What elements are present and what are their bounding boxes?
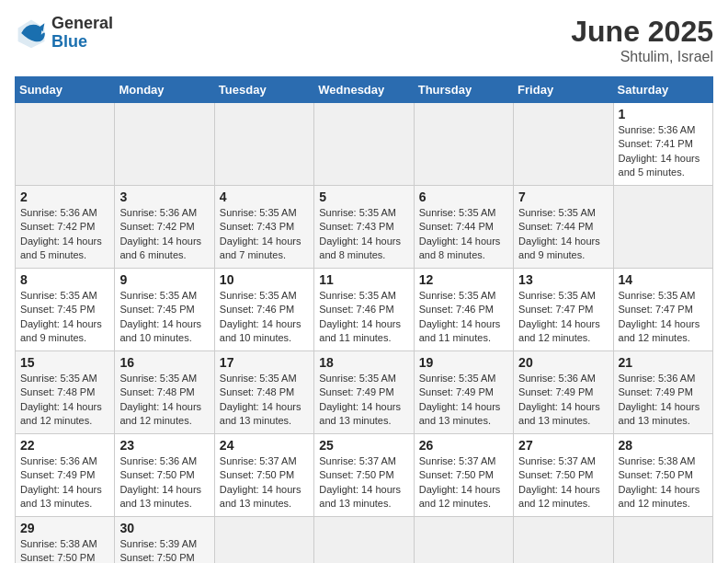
day-info: Sunrise: 5:36 AMSunset: 7:41 PMDaylight:… — [619, 124, 700, 178]
day-header-saturday: Saturday — [613, 77, 712, 103]
calendar-cell: 7Sunrise: 5:35 AMSunset: 7:44 PMDaylight… — [514, 186, 613, 269]
calendar-cell: 23Sunrise: 5:36 AMSunset: 7:50 PMDayligh… — [115, 434, 214, 517]
day-number: 3 — [119, 190, 209, 204]
calendar-cell-empty — [16, 103, 115, 186]
calendar-week-row: 1Sunrise: 5:36 AMSunset: 7:41 PMDaylight… — [16, 103, 713, 186]
calendar-cell: 16Sunrise: 5:35 AMSunset: 7:48 PMDayligh… — [115, 351, 214, 434]
day-number: 9 — [119, 272, 209, 287]
calendar-cell-empty — [214, 103, 313, 186]
day-number: 10 — [220, 272, 309, 287]
month-title: June 2025 — [571, 15, 713, 49]
day-info: Sunrise: 5:35 AMSunset: 7:48 PMDaylight:… — [220, 373, 301, 426]
calendar-week-row: 22Sunrise: 5:36 AMSunset: 7:49 PMDayligh… — [16, 434, 713, 517]
calendar-cell: 30Sunrise: 5:39 AMSunset: 7:50 PMDayligh… — [115, 517, 214, 564]
page-header: General Blue June 2025 Shtulim, Israel — [15, 15, 713, 65]
day-info: Sunrise: 5:36 AMSunset: 7:42 PMDaylight:… — [119, 207, 201, 260]
day-number: 2 — [20, 190, 109, 204]
day-number: 11 — [319, 272, 408, 287]
day-info: Sunrise: 5:35 AMSunset: 7:45 PMDaylight:… — [20, 290, 102, 343]
logo-text: General Blue — [51, 15, 113, 52]
calendar-cell: 21Sunrise: 5:36 AMSunset: 7:49 PMDayligh… — [613, 351, 712, 434]
calendar-cell-empty — [414, 103, 513, 186]
calendar-cell: 19Sunrise: 5:35 AMSunset: 7:49 PMDayligh… — [414, 351, 513, 434]
day-info: Sunrise: 5:36 AMSunset: 7:42 PMDaylight:… — [20, 207, 102, 260]
calendar-cell: 4Sunrise: 5:35 AMSunset: 7:43 PMDaylight… — [214, 186, 313, 269]
calendar-cell-empty — [613, 186, 712, 269]
calendar-cell: 25Sunrise: 5:37 AMSunset: 7:50 PMDayligh… — [314, 434, 414, 517]
location: Shtulim, Israel — [571, 49, 713, 65]
day-info: Sunrise: 5:35 AMSunset: 7:43 PMDaylight:… — [220, 207, 301, 260]
calendar-cell: 5Sunrise: 5:35 AMSunset: 7:43 PMDaylight… — [314, 186, 414, 269]
day-number: 24 — [220, 438, 309, 453]
day-number: 15 — [20, 355, 109, 370]
calendar-week-row: 15Sunrise: 5:35 AMSunset: 7:48 PMDayligh… — [16, 351, 713, 434]
day-number: 17 — [220, 355, 309, 370]
calendar-cell-empty — [414, 517, 513, 564]
day-info: Sunrise: 5:38 AMSunset: 7:50 PMDaylight:… — [619, 455, 700, 509]
calendar-cell: 10Sunrise: 5:35 AMSunset: 7:46 PMDayligh… — [214, 269, 313, 351]
day-info: Sunrise: 5:35 AMSunset: 7:45 PMDaylight:… — [119, 290, 201, 343]
calendar-header-row: SundayMondayTuesdayWednesdayThursdayFrid… — [16, 77, 713, 103]
calendar-cell: 8Sunrise: 5:35 AMSunset: 7:45 PMDaylight… — [16, 269, 115, 351]
day-number: 26 — [419, 438, 508, 453]
day-number: 6 — [419, 190, 508, 204]
day-info: Sunrise: 5:35 AMSunset: 7:47 PMDaylight:… — [619, 290, 700, 343]
logo: General Blue — [15, 15, 113, 52]
day-info: Sunrise: 5:35 AMSunset: 7:43 PMDaylight:… — [319, 207, 401, 260]
calendar-cell: 14Sunrise: 5:35 AMSunset: 7:47 PMDayligh… — [613, 269, 712, 351]
day-header-thursday: Thursday — [414, 77, 513, 103]
calendar-cell: 1Sunrise: 5:36 AMSunset: 7:41 PMDaylight… — [613, 103, 712, 186]
calendar-cell: 24Sunrise: 5:37 AMSunset: 7:50 PMDayligh… — [214, 434, 313, 517]
day-info: Sunrise: 5:37 AMSunset: 7:50 PMDaylight:… — [319, 455, 401, 509]
day-info: Sunrise: 5:37 AMSunset: 7:50 PMDaylight:… — [220, 455, 301, 509]
day-info: Sunrise: 5:37 AMSunset: 7:50 PMDaylight:… — [518, 455, 600, 509]
title-block: June 2025 Shtulim, Israel — [571, 15, 713, 65]
day-info: Sunrise: 5:35 AMSunset: 7:46 PMDaylight:… — [319, 290, 401, 343]
day-info: Sunrise: 5:35 AMSunset: 7:47 PMDaylight:… — [518, 290, 600, 343]
day-number: 25 — [319, 438, 408, 453]
day-header-monday: Monday — [115, 77, 214, 103]
calendar-week-row: 29Sunrise: 5:38 AMSunset: 7:50 PMDayligh… — [16, 517, 713, 564]
calendar-cell: 6Sunrise: 5:35 AMSunset: 7:44 PMDaylight… — [414, 186, 513, 269]
day-number: 30 — [119, 521, 209, 535]
day-info: Sunrise: 5:35 AMSunset: 7:44 PMDaylight:… — [518, 207, 600, 260]
day-number: 16 — [119, 355, 209, 370]
day-info: Sunrise: 5:36 AMSunset: 7:49 PMDaylight:… — [20, 455, 102, 509]
calendar-cell: 13Sunrise: 5:35 AMSunset: 7:47 PMDayligh… — [514, 269, 613, 351]
day-number: 8 — [20, 272, 109, 287]
day-info: Sunrise: 5:35 AMSunset: 7:46 PMDaylight:… — [220, 290, 301, 343]
day-info: Sunrise: 5:35 AMSunset: 7:49 PMDaylight:… — [319, 373, 401, 426]
calendar-cell: 2Sunrise: 5:36 AMSunset: 7:42 PMDaylight… — [16, 186, 115, 269]
calendar-week-row: 8Sunrise: 5:35 AMSunset: 7:45 PMDaylight… — [16, 269, 713, 351]
calendar-cell: 3Sunrise: 5:36 AMSunset: 7:42 PMDaylight… — [115, 186, 214, 269]
calendar-cell: 20Sunrise: 5:36 AMSunset: 7:49 PMDayligh… — [514, 351, 613, 434]
day-info: Sunrise: 5:35 AMSunset: 7:46 PMDaylight:… — [419, 290, 501, 343]
calendar-cell-empty — [214, 517, 313, 564]
day-info: Sunrise: 5:35 AMSunset: 7:44 PMDaylight:… — [419, 207, 501, 260]
day-number: 4 — [220, 190, 309, 204]
calendar-cell: 28Sunrise: 5:38 AMSunset: 7:50 PMDayligh… — [613, 434, 712, 517]
calendar-cell: 9Sunrise: 5:35 AMSunset: 7:45 PMDaylight… — [115, 269, 214, 351]
day-number: 5 — [319, 190, 408, 204]
day-number: 19 — [419, 355, 508, 370]
calendar-cell: 18Sunrise: 5:35 AMSunset: 7:49 PMDayligh… — [314, 351, 414, 434]
calendar-cell-empty — [514, 103, 613, 186]
day-header-wednesday: Wednesday — [314, 77, 414, 103]
calendar-cell: 29Sunrise: 5:38 AMSunset: 7:50 PMDayligh… — [16, 517, 115, 564]
day-number: 28 — [619, 438, 708, 453]
day-number: 1 — [619, 107, 708, 121]
day-header-tuesday: Tuesday — [214, 77, 313, 103]
calendar-cell-empty — [115, 103, 214, 186]
day-number: 13 — [518, 272, 608, 287]
day-header-friday: Friday — [514, 77, 613, 103]
calendar-cell: 15Sunrise: 5:35 AMSunset: 7:48 PMDayligh… — [16, 351, 115, 434]
day-info: Sunrise: 5:37 AMSunset: 7:50 PMDaylight:… — [419, 455, 501, 509]
day-info: Sunrise: 5:35 AMSunset: 7:49 PMDaylight:… — [419, 373, 501, 426]
calendar-cell: 27Sunrise: 5:37 AMSunset: 7:50 PMDayligh… — [514, 434, 613, 517]
logo-blue: Blue — [51, 33, 113, 52]
day-info: Sunrise: 5:36 AMSunset: 7:49 PMDaylight:… — [619, 373, 700, 426]
calendar-cell: 12Sunrise: 5:35 AMSunset: 7:46 PMDayligh… — [414, 269, 513, 351]
day-number: 12 — [419, 272, 508, 287]
day-header-sunday: Sunday — [16, 77, 115, 103]
day-info: Sunrise: 5:38 AMSunset: 7:50 PMDaylight:… — [20, 538, 102, 563]
